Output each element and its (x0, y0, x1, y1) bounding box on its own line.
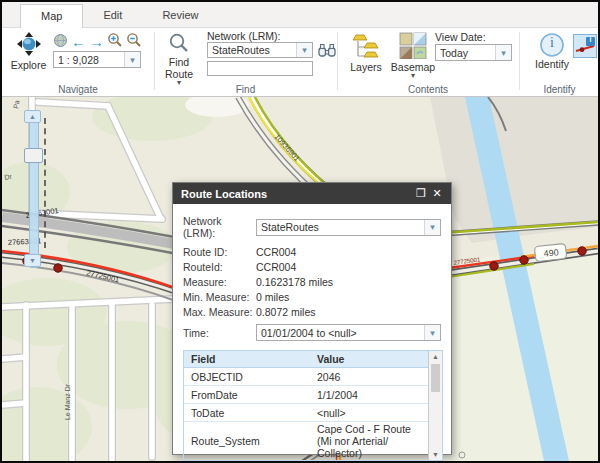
identify-i-glyph: i (539, 35, 565, 51)
close-icon[interactable]: ✕ (429, 187, 445, 200)
cell-value: Cape Cod - F Route (Mi nor Arterial/ Col… (310, 422, 428, 460)
dialog-body: Network (LRM): StateRoutes ▾ Route ID: C… (173, 204, 451, 461)
full-extent-icon[interactable] (53, 33, 68, 52)
tab-map[interactable]: Map (20, 4, 83, 28)
route-vertex[interactable] (490, 262, 498, 270)
zoom-slider-ticks (44, 118, 46, 248)
layers-icon (351, 32, 381, 61)
route-locations-dialog: Route Locations ❒ ✕ Network (LRM): State… (172, 182, 452, 455)
table-row[interactable]: Route_System Cape Cod - F Route (Mi nor … (184, 422, 428, 460)
explore-label: Explore (11, 60, 47, 71)
zoom-slider-down-button[interactable]: ▼ (24, 254, 41, 267)
route-value-input[interactable] (207, 61, 313, 76)
field-row: Route ID: CCR004 (183, 244, 441, 259)
routeid-label: RouteId: (183, 261, 256, 273)
network-lrm-combo[interactable]: StateRoutes ▾ (207, 42, 313, 58)
attribute-table-columns: Field Value OBJECTID 2046 FromDate 1/1/2… (184, 351, 428, 460)
identify-button[interactable]: i Identify (530, 32, 574, 70)
identify-route-locations-tool[interactable]: i (573, 34, 597, 58)
dialog-title-bar[interactable]: Route Locations ❒ ✕ (173, 183, 451, 204)
cell-field: ToDate (184, 406, 310, 420)
explore-button[interactable]: Explore (6, 31, 51, 71)
time-row: Time: 01/01/2004 to <null> ▾ (183, 324, 441, 341)
scroll-thumb[interactable] (431, 364, 440, 392)
basemap-icon (399, 32, 427, 61)
previous-extent-icon[interactable]: ← (71, 34, 86, 50)
attribute-table-header: Field Value (184, 351, 428, 368)
app-window: Map Edit Review Explore ← → (0, 0, 600, 463)
ribbon: Explore ← → 1 : 9,028 ▾ Navigate Find Ro… (2, 28, 598, 97)
layers-label: Layers (350, 62, 382, 73)
chevron-down-icon[interactable]: ▾ (424, 325, 440, 340)
network-lrm-value: StateRoutes (208, 44, 296, 56)
scroll-up-icon[interactable]: ▲ (432, 351, 439, 362)
chevron-down-icon[interactable]: ▾ (296, 43, 312, 57)
field-row: Min. Measure: 0 miles (183, 289, 441, 304)
next-extent-icon[interactable]: → (89, 34, 104, 50)
tab-edit[interactable]: Edit (83, 4, 142, 27)
route-vertex[interactable] (54, 264, 62, 272)
identify-label: Identify (535, 59, 569, 70)
cell-value: <null> (310, 406, 428, 420)
layers-button[interactable]: Layers (345, 32, 387, 73)
maximize-icon[interactable]: ❒ (413, 187, 429, 200)
min-measure-value: 0 miles (256, 291, 289, 303)
find-route-button[interactable]: Find Route ▾ (157, 32, 201, 86)
route-vertex[interactable] (520, 256, 528, 264)
cell-field: OBJECTID (184, 370, 310, 384)
street-label-le-manz-dr: Le Manz Dr (64, 383, 71, 420)
zoom-in-icon[interactable] (107, 32, 123, 52)
cell-field: FromDate (184, 388, 310, 402)
chevron-down-icon[interactable]: ▾ (495, 45, 511, 60)
zoom-out-icon[interactable] (126, 32, 142, 52)
find-route-label-1: Find (169, 57, 189, 68)
view-date-value: Today (436, 47, 495, 59)
ribbon-tab-bar: Map Edit Review (2, 2, 598, 28)
route-vertex[interactable] (578, 247, 586, 255)
network-combo[interactable]: StateRoutes ▾ (256, 219, 441, 236)
zoom-slider-up-button[interactable]: ▲ (24, 110, 41, 123)
table-scrollbar[interactable]: ▲ ▼ (428, 351, 442, 460)
chevron-down-icon: ▾ (411, 73, 415, 79)
chevron-down-icon[interactable]: ▾ (124, 52, 140, 67)
group-label-identify: Identify (519, 84, 600, 95)
time-label: Time: (183, 327, 256, 339)
street-label-pa: Pa (12, 99, 20, 109)
group-separator (337, 32, 338, 90)
shield-label: 490 (543, 247, 559, 259)
map-scale-value: 1 : 9,028 (54, 54, 124, 66)
find-route-icon (168, 32, 190, 56)
view-date-combo[interactable]: Today ▾ (435, 44, 512, 61)
map-scale-combo[interactable]: 1 : 9,028 ▾ (53, 51, 141, 68)
network-row: Network (LRM): StateRoutes ▾ (183, 215, 441, 239)
field-row: Max. Measure: 0.8072 miles (183, 304, 441, 319)
tab-review[interactable]: Review (142, 4, 218, 27)
table-row[interactable]: OBJECTID 2046 (184, 368, 428, 386)
view-date-label: View Date: (435, 31, 486, 43)
dialog-title: Route Locations (181, 188, 267, 200)
group-separator (519, 32, 520, 90)
time-combo[interactable]: 01/01/2004 to <null> ▾ (256, 324, 441, 341)
measure-value: 0.1623178 miles (256, 276, 333, 288)
chevron-down-icon[interactable]: ▾ (424, 220, 440, 235)
table-row[interactable]: FromDate 1/1/2004 (184, 386, 428, 404)
identify-icon: i (539, 32, 565, 58)
header-field: Field (184, 352, 310, 366)
table-row[interactable]: ToDate <null> (184, 404, 428, 422)
cell-value: 2046 (310, 370, 428, 384)
zoom-slider-thumb[interactable] (24, 148, 43, 163)
measure-label: Measure: (183, 276, 256, 288)
navigate-small-toolbar: ← → (53, 32, 142, 52)
cell-field: Route_System (184, 434, 310, 448)
route-id-value: CCR004 (256, 246, 296, 258)
binoculars-icon[interactable] (318, 42, 336, 62)
basemap-button[interactable]: Basemap ▾ (389, 32, 437, 79)
route-shield: 490 (534, 243, 566, 261)
routeid-value: CCR004 (256, 261, 296, 273)
group-separator (154, 32, 155, 90)
min-measure-label: Min. Measure: (183, 291, 256, 303)
max-measure-value: 0.8072 miles (256, 306, 316, 318)
tool-i-glyph: i (586, 36, 595, 43)
zoom-slider-track[interactable] (29, 116, 39, 268)
scroll-down-icon[interactable]: ▼ (432, 449, 439, 460)
